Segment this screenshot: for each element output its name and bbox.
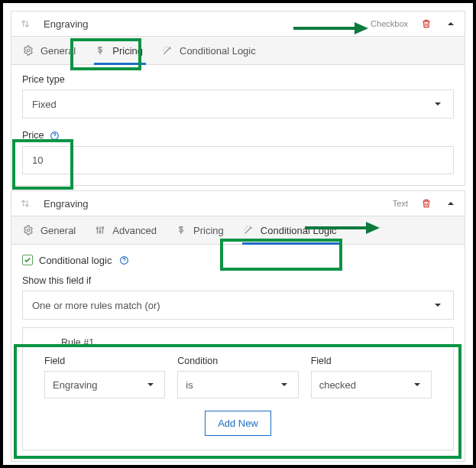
chevron-down-icon — [278, 379, 290, 391]
trash-icon[interactable] — [420, 18, 432, 30]
tab-general[interactable]: General — [15, 216, 86, 244]
price-label-text: Price — [22, 130, 44, 141]
collapse-icon[interactable] — [445, 197, 457, 210]
tab-pricing[interactable]: Pricing — [86, 37, 154, 64]
select-value: checked — [319, 379, 356, 391]
conditional-logic-checkbox[interactable] — [22, 255, 33, 265]
field-type-label: Checkbox — [371, 19, 408, 28]
chevron-down-icon — [144, 379, 157, 391]
tab-label: Conditional Logic — [180, 45, 256, 57]
trash-icon[interactable] — [420, 197, 432, 210]
drag-handle-icon[interactable] — [19, 197, 31, 210]
tabs: General Pricing Conditional Logic — [11, 36, 465, 65]
card-header: Engraving Text — [11, 191, 465, 216]
tab-label: Pricing — [193, 225, 224, 236]
card-header: Engraving Checkbox — [11, 11, 465, 36]
tab-label: General — [40, 45, 76, 57]
help-icon[interactable] — [48, 129, 60, 141]
sliders-icon — [94, 224, 106, 236]
svg-point-0 — [27, 49, 30, 52]
drag-handle-icon[interactable] — [19, 18, 31, 30]
rule-condition-select[interactable]: is — [177, 371, 298, 398]
rule-condition-label: Condition — [177, 356, 298, 366]
wand-icon — [161, 44, 173, 57]
gear-icon — [22, 44, 34, 57]
card-title: Engraving — [44, 18, 89, 30]
tab-advanced[interactable]: Advanced — [86, 216, 167, 244]
svg-point-5 — [102, 227, 104, 229]
rule-value-select[interactable]: checked — [311, 371, 432, 398]
dollar-icon — [175, 224, 187, 236]
collapse-icon[interactable] — [445, 18, 457, 30]
svg-point-4 — [99, 231, 101, 232]
wand-icon — [242, 224, 254, 236]
price-type-select[interactable]: Fixed — [22, 89, 454, 119]
dollar-icon — [94, 44, 106, 57]
price-input[interactable]: 10 — [22, 146, 454, 174]
tab-label: Advanced — [112, 225, 157, 236]
help-icon[interactable] — [118, 254, 130, 266]
select-value: Engraving — [53, 379, 98, 391]
enable-conditional-row: Conditional logic — [22, 254, 454, 266]
tab-label: General — [40, 225, 76, 236]
rule-title: Rule #1 — [61, 337, 432, 348]
input-value: 10 — [32, 154, 43, 166]
field-type-label: Text — [393, 199, 408, 208]
rule-field-select[interactable]: Engraving — [44, 371, 165, 398]
show-if-label: Show this field if — [22, 275, 454, 286]
field-card-engraving-text: Engraving Text General — [11, 190, 465, 462]
select-value: is — [186, 379, 193, 391]
select-value: One or more rules match (or) — [32, 300, 160, 311]
chevron-down-icon — [411, 379, 423, 391]
svg-point-2 — [27, 229, 30, 232]
tab-pricing[interactable]: Pricing — [167, 216, 235, 244]
price-label: Price — [22, 129, 454, 141]
field-card-engraving-checkbox: Engraving Checkbox General — [11, 11, 465, 186]
tab-conditional-logic[interactable]: Conditional Logic — [154, 37, 267, 64]
enable-label: Conditional logic — [39, 255, 112, 266]
price-type-label: Price type — [22, 74, 454, 85]
rule-value-label: Field — [311, 356, 432, 366]
chevron-down-icon — [432, 98, 444, 110]
card-title: Engraving — [44, 198, 89, 210]
rule-box: Rule #1 Field Engraving Condition is — [22, 327, 454, 450]
rule-field-label: Field — [44, 356, 165, 366]
tab-general[interactable]: General — [15, 37, 86, 64]
add-rule-button[interactable]: Add New — [205, 411, 271, 436]
chevron-down-icon — [432, 299, 444, 311]
tab-conditional-logic[interactable]: Conditional Logic — [235, 216, 348, 244]
tab-label: Conditional Logic — [261, 225, 337, 236]
select-value: Fixed — [32, 99, 57, 110]
gear-icon — [22, 224, 34, 236]
show-if-select[interactable]: One or more rules match (or) — [22, 291, 454, 320]
svg-point-3 — [97, 228, 99, 229]
tabs: General Advanced Pricing Conditional Log… — [11, 216, 465, 245]
tab-label: Pricing — [112, 45, 143, 57]
